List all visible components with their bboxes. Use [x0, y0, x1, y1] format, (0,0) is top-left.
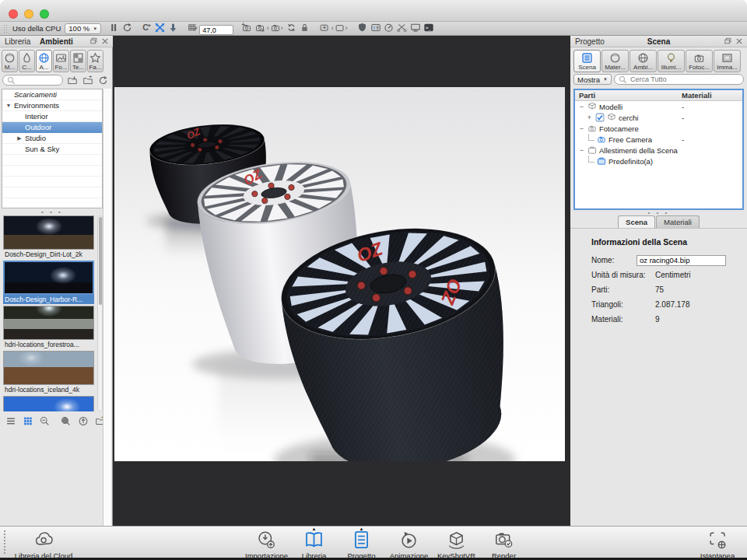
library-search-input[interactable]	[2, 75, 63, 86]
move-tool-icon[interactable]	[153, 21, 167, 33]
undock-panel-icon[interactable]	[724, 37, 732, 45]
environment-thumbnail-dosch-design-harbor-r-[interactable]: Dosch-Design_Harbor-R...	[3, 261, 94, 304]
dock-item-keyshotvr[interactable]: KeyShotVR	[433, 530, 480, 560]
environment-thumbnail-hdri-locations-iceland-4k[interactable]: hdri-locations_iceland_4k	[3, 351, 94, 394]
undock-panel-icon[interactable]	[89, 37, 98, 45]
add-camera-icon[interactable]: +	[240, 21, 253, 33]
scene-node-predefinito-a-[interactable]: Predefinito(a)	[575, 156, 742, 166]
close-panel-icon[interactable]	[735, 37, 743, 45]
expander-icon[interactable]: −	[578, 124, 585, 132]
tab-label: M...	[5, 64, 15, 71]
sync-icon[interactable]	[285, 21, 298, 33]
expander-icon[interactable]: ▶	[16, 135, 23, 142]
dock-item-snapshot[interactable]: Istantanea	[689, 530, 745, 560]
view-nav-icon[interactable]: ‹›	[331, 21, 349, 33]
tab-imma[interactable]: Imma...	[714, 50, 741, 72]
list-view-icon[interactable]	[4, 415, 17, 427]
expander-icon[interactable]: −	[578, 103, 585, 110]
panel-scrollbar-track[interactable]	[103, 89, 111, 526]
environment-thumbnail-dosch-design-dirt-lot-2k[interactable]: Dosch-Design_Dirt-Lot_2k	[3, 215, 94, 259]
pause-icon[interactable]	[107, 21, 121, 33]
tab-mater[interactable]: Mater...	[601, 50, 629, 72]
folder-add-icon[interactable]: +	[81, 74, 94, 86]
grid-view-icon[interactable]	[21, 415, 34, 427]
camera-nav-icon[interactable]: ‹›	[266, 21, 285, 33]
drop-arrow-icon[interactable]	[167, 21, 180, 33]
tab-label: Fa...	[89, 64, 101, 71]
scene-node-allestimenti-della-scena[interactable]: −Allestimenti della Scena	[575, 145, 742, 156]
tab-fa[interactable]: Fa...	[87, 50, 103, 72]
dock-item-animazione[interactable]: Animazione	[385, 530, 433, 560]
camera-gear-icon[interactable]	[253, 21, 266, 33]
scene-node-cerchi[interactable]: +cerchi-	[575, 112, 742, 123]
show-filter-button[interactable]: Mostra ▼	[573, 74, 612, 85]
scrollbar-thumb[interactable]	[99, 217, 103, 305]
folder-import-icon[interactable]	[65, 74, 79, 86]
env-folder-sun-sky[interactable]: Sun & Sky	[2, 144, 102, 155]
env-folder-environments[interactable]: ▼Environments	[2, 100, 102, 111]
scene-node-modelli[interactable]: −Modelli-	[575, 101, 742, 112]
environment-thumbnail-hdri-locations-forestroa-[interactable]: hdri-locations_forestroa...	[3, 306, 94, 349]
tab-c[interactable]: C...	[19, 50, 35, 72]
toolbar-drag-handle[interactable]	[3, 24, 7, 33]
loop-icon[interactable]	[121, 21, 134, 33]
subtab-scena[interactable]: Scena	[618, 215, 655, 228]
upload-icon[interactable]	[76, 415, 89, 427]
scene-search-input[interactable]	[614, 74, 744, 85]
reset-camera-icon[interactable]: C	[140, 21, 153, 33]
gauge-icon[interactable]	[382, 21, 395, 33]
zoom-out-icon[interactable]	[38, 415, 51, 427]
scene-node-free-camera[interactable]: Free Camera-	[575, 134, 742, 145]
tab-m[interactable]: M...	[2, 50, 18, 72]
add-view-icon[interactable]: +	[317, 21, 331, 33]
scene-name-input[interactable]	[637, 255, 726, 266]
tab-a[interactable]: A...	[36, 50, 52, 72]
scissors-icon[interactable]	[395, 21, 409, 33]
tab-scena[interactable]: Scena	[573, 50, 601, 72]
tab-ambi[interactable]: Ambi...	[630, 50, 657, 72]
monitor-icon[interactable]	[409, 21, 422, 33]
resolution-select[interactable]: 100 % ▼	[65, 23, 101, 34]
console-icon[interactable]: >_	[422, 21, 435, 33]
dock-item-importazione[interactable]: Importazione	[243, 530, 290, 560]
thumbnail-scrollbar[interactable]	[97, 215, 103, 411]
expander-icon[interactable]: +	[586, 114, 593, 121]
splitter-handle[interactable]: • • •	[570, 210, 747, 215]
dock-item-render[interactable]: Render	[480, 530, 528, 560]
tree-branch	[588, 134, 594, 141]
tab-te[interactable]: Te...	[70, 50, 86, 72]
env-folder-interior[interactable]: Interior	[2, 111, 102, 122]
scene-node-fotocamere[interactable]: −Fotocamere	[575, 123, 742, 134]
env-folder-scaricamenti[interactable]: Scaricamenti	[2, 89, 102, 100]
tab-fotoc[interactable]: Fotoc...	[686, 50, 713, 72]
expander-icon[interactable]: ▼	[5, 103, 12, 108]
focal-length-input[interactable]	[199, 25, 233, 35]
render-canvas[interactable]: OZOZOZOZ	[114, 87, 565, 461]
environment-thumbnail[interactable]	[3, 396, 94, 411]
cpu-usage-button[interactable]: Uso della CPU	[9, 23, 65, 33]
close-window-button[interactable]	[9, 9, 18, 19]
slider-knob[interactable]	[62, 418, 68, 424]
subtab-materiali[interactable]: Materiali	[656, 215, 700, 228]
dock-item-cloud-library[interactable]: Libreria del Cloud	[6, 530, 81, 560]
grid-edit-icon[interactable]	[186, 21, 199, 33]
visibility-checkbox[interactable]	[595, 113, 605, 122]
zoom-window-button[interactable]	[40, 9, 49, 19]
info-panel-icon[interactable]	[369, 21, 382, 33]
dock-item-libreria[interactable]: ▲Libreria	[290, 530, 338, 560]
expander-icon[interactable]: −	[578, 146, 585, 154]
splitter-handle[interactable]: • • •	[2, 209, 103, 215]
refresh-icon[interactable]	[96, 74, 110, 86]
tab-illumi[interactable]: Illumi...	[658, 50, 685, 72]
tree-branch	[588, 156, 594, 163]
title-bar[interactable]	[0, 0, 747, 22]
shield-icon[interactable]	[356, 21, 369, 33]
lock-icon[interactable]	[298, 21, 311, 33]
realtime-viewport[interactable]: OZOZOZOZ	[113, 36, 570, 526]
close-panel-icon[interactable]	[101, 37, 109, 45]
env-folder-outdoor[interactable]: Outdoor	[2, 122, 102, 133]
tab-fo[interactable]: Fo...	[53, 50, 69, 72]
env-folder-studio[interactable]: ▶Studio	[2, 133, 102, 144]
dock-item-progetto[interactable]: ▲Progetto	[338, 530, 385, 560]
minimize-window-button[interactable]	[24, 9, 33, 19]
